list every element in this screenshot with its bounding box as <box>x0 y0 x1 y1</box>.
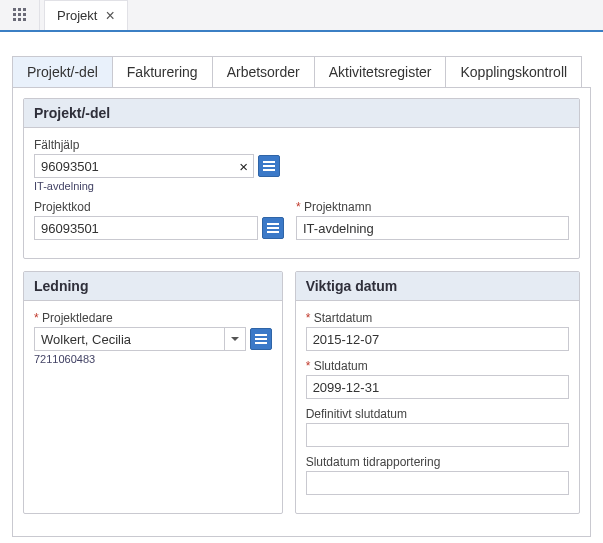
svg-rect-15 <box>255 334 267 336</box>
tab-aktivitetsregister[interactable]: Aktivitetsregister <box>315 56 447 87</box>
slutdatum-tidrapportering-label: Slutdatum tidrapportering <box>306 455 569 469</box>
projektnamn-field <box>296 216 569 240</box>
svg-rect-5 <box>23 13 26 16</box>
svg-rect-6 <box>13 18 16 21</box>
slutdatum-field <box>306 375 569 399</box>
svg-rect-10 <box>263 165 275 167</box>
projektkod-label: Projektkod <box>34 200 284 214</box>
panel-viktiga-datum: Viktiga datum Startdatum Slutdatum Defin… <box>295 271 580 514</box>
tab-arbetsorder[interactable]: Arbetsorder <box>213 56 315 87</box>
panel-header-ledning: Ledning <box>24 272 282 301</box>
svg-rect-13 <box>267 227 279 229</box>
app-tab-projekt[interactable]: Projekt × <box>44 0 128 30</box>
projektkod-lookup-button[interactable] <box>262 217 284 239</box>
startdatum-field <box>306 327 569 351</box>
list-icon <box>255 333 267 345</box>
faldhjalp-label: Fälthjälp <box>34 138 569 152</box>
svg-rect-2 <box>23 8 26 11</box>
app-menu-button[interactable] <box>0 0 40 30</box>
inner-tab-strip: Projekt/-del Fakturering Arbetsorder Akt… <box>12 56 591 88</box>
slutdatum-label: Slutdatum <box>306 359 569 373</box>
faldhjalp-input[interactable] <box>34 154 254 178</box>
svg-rect-14 <box>267 231 279 233</box>
svg-rect-9 <box>263 161 275 163</box>
projektledare-dropdown-button[interactable] <box>224 327 246 351</box>
panel-projekt-del: Projekt/-del Fälthjälp × IT-avdelning <box>23 98 580 259</box>
svg-rect-7 <box>18 18 21 21</box>
panel-ledning: Ledning Projektledare <box>23 271 283 514</box>
app-tab-label: Projekt <box>57 8 97 23</box>
faldhjalp-lookup-button[interactable] <box>258 155 280 177</box>
svg-rect-4 <box>18 13 21 16</box>
tab-fakturering[interactable]: Fakturering <box>113 56 213 87</box>
projektkod-field <box>34 216 258 240</box>
svg-rect-1 <box>18 8 21 11</box>
definitivt-slutdatum-label: Definitivt slutdatum <box>306 407 569 421</box>
projektledare-lookup-button[interactable] <box>250 328 272 350</box>
slutdatum-tidrapportering-field <box>306 471 569 495</box>
svg-rect-3 <box>13 13 16 16</box>
list-icon <box>263 160 275 172</box>
menu-grid-icon <box>13 8 27 22</box>
close-icon[interactable]: × <box>105 8 114 24</box>
svg-rect-12 <box>267 223 279 225</box>
list-icon <box>267 222 279 234</box>
panel-header-datum: Viktiga datum <box>296 272 579 301</box>
startdatum-label: Startdatum <box>306 311 569 325</box>
faldhjalp-subtext: IT-avdelning <box>34 180 569 192</box>
svg-rect-16 <box>255 338 267 340</box>
clear-icon[interactable]: × <box>239 158 248 175</box>
svg-rect-11 <box>263 169 275 171</box>
svg-rect-8 <box>23 18 26 21</box>
svg-rect-17 <box>255 342 267 344</box>
svg-rect-0 <box>13 8 16 11</box>
tab-projekt-del[interactable]: Projekt/-del <box>12 56 113 87</box>
projektnamn-label: Projektnamn <box>296 200 569 214</box>
projektledare-subtext: 7211060483 <box>34 353 272 365</box>
chevron-down-icon <box>230 334 240 344</box>
projektledare-label: Projektledare <box>34 311 272 325</box>
tab-kopplingskontroll[interactable]: Kopplingskontroll <box>446 56 582 87</box>
definitivt-slutdatum-field <box>306 423 569 447</box>
panel-header-projekt-del: Projekt/-del <box>24 99 579 128</box>
projektledare-input[interactable] <box>34 327 224 351</box>
